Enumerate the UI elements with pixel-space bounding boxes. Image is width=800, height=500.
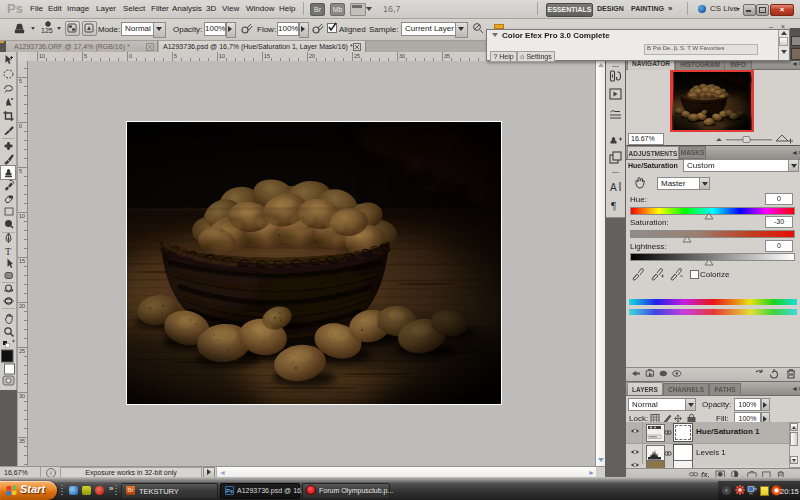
svg-text:T: T	[5, 246, 11, 257]
svg-text:dg: dg	[754, 486, 758, 491]
svg-text:¶: ¶	[611, 199, 616, 211]
svg-text:A: A	[610, 182, 617, 193]
